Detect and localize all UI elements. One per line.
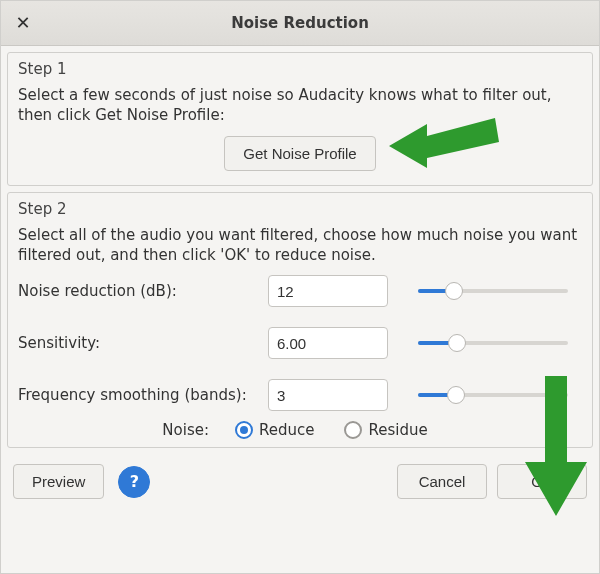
titlebar: ✕ Noise Reduction: [1, 1, 599, 46]
noise-mode-label: Noise:: [162, 421, 209, 439]
help-button[interactable]: ?: [118, 466, 150, 498]
ok-button[interactable]: OK: [497, 464, 587, 499]
radio-icon: [344, 421, 362, 439]
get-noise-profile-button[interactable]: Get Noise Profile: [224, 136, 375, 171]
dialog-content: Step 1 Select a few seconds of just nois…: [1, 46, 599, 573]
radio-reduce-label: Reduce: [259, 421, 314, 439]
noise-reduction-input[interactable]: [268, 275, 388, 307]
step1-title: Step 1: [18, 60, 582, 78]
preview-button[interactable]: Preview: [13, 464, 104, 499]
radio-reduce[interactable]: Reduce: [235, 421, 314, 439]
sensitivity-slider[interactable]: [418, 334, 568, 352]
noise-reduction-label: Noise reduction (dB):: [18, 282, 268, 300]
step2-description: Select all of the audio you want filtere…: [18, 225, 582, 266]
param-sensitivity: Sensitivity:: [18, 327, 582, 359]
sensitivity-label: Sensitivity:: [18, 334, 268, 352]
step2-title: Step 2: [18, 200, 582, 218]
radio-residue-label: Residue: [368, 421, 427, 439]
sensitivity-input[interactable]: [268, 327, 388, 359]
noise-reduction-slider[interactable]: [418, 282, 568, 300]
step1-description: Select a few seconds of just noise so Au…: [18, 85, 582, 126]
noise-reduction-dialog: ✕ Noise Reduction Step 1 Select a few se…: [0, 0, 600, 574]
freq-smoothing-slider[interactable]: [418, 386, 568, 404]
radio-icon: [235, 421, 253, 439]
noise-mode-row: Noise: Reduce Residue: [18, 421, 582, 439]
step1-group: Step 1 Select a few seconds of just nois…: [7, 52, 593, 186]
window-title: Noise Reduction: [35, 14, 565, 32]
help-icon: ?: [130, 472, 139, 491]
freq-smoothing-label: Frequency smoothing (bands):: [18, 386, 268, 404]
param-freq-smoothing: Frequency smoothing (bands):: [18, 379, 582, 411]
cancel-button[interactable]: Cancel: [397, 464, 487, 499]
step2-group: Step 2 Select all of the audio you want …: [7, 192, 593, 449]
close-icon[interactable]: ✕: [11, 14, 35, 32]
param-noise-reduction: Noise reduction (dB):: [18, 275, 582, 307]
freq-smoothing-input[interactable]: [268, 379, 388, 411]
radio-residue[interactable]: Residue: [344, 421, 427, 439]
button-bar: Preview ? Cancel OK: [1, 454, 599, 513]
